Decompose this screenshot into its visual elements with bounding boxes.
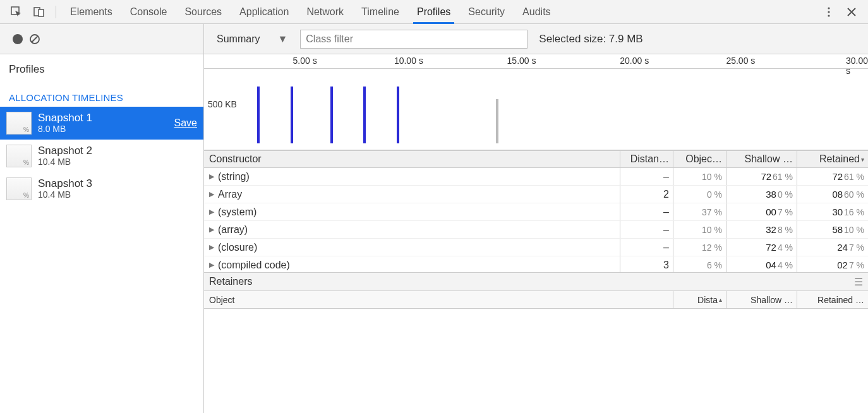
cell-shallow: 724 % xyxy=(726,239,797,256)
cell-retained: 7261 % xyxy=(797,168,868,185)
snapshot-size: 8.0 MB xyxy=(38,124,92,134)
inspect-icon[interactable] xyxy=(9,4,24,20)
view-mode-dropdown[interactable]: Summary ▼ xyxy=(212,30,292,49)
constructor-table-body[interactable]: ▶(string)–10 %7261 %7261 %▶Array20 %380 … xyxy=(204,168,868,272)
sidebar-heading: ALLOCATION TIMELINES xyxy=(0,81,203,107)
col-shallow[interactable]: Shallow … xyxy=(726,151,797,167)
col-shallow[interactable]: Shallow … xyxy=(726,291,797,308)
kebab-menu-icon[interactable] xyxy=(821,4,836,20)
retainers-header: Retainers ☰ xyxy=(204,272,868,291)
cell-retained: 027 % xyxy=(797,256,868,272)
expand-icon[interactable]: ▶ xyxy=(209,243,214,251)
cell-distance: – xyxy=(620,221,673,238)
tab-audits[interactable]: Audits xyxy=(514,0,559,24)
allocation-bar xyxy=(257,87,260,143)
tab-profiles[interactable]: Profiles xyxy=(408,0,459,24)
profile-content: 5.00 s10.00 s15.00 s20.00 s25.00 s30.00 … xyxy=(204,54,868,413)
svg-point-3 xyxy=(828,7,829,9)
tab-sources[interactable]: Sources xyxy=(176,0,231,24)
table-row[interactable]: ▶(compiled code)36 %044 %027 % xyxy=(204,256,868,272)
table-row[interactable]: ▶(string)–10 %7261 %7261 % xyxy=(204,168,868,186)
class-filter-input[interactable] xyxy=(300,30,527,49)
tab-console[interactable]: Console xyxy=(121,0,176,24)
svg-rect-2 xyxy=(39,9,44,16)
hamburger-icon[interactable]: ☰ xyxy=(854,276,863,288)
col-retained[interactable]: Retained ▾ xyxy=(797,151,868,167)
allocation-bar xyxy=(363,87,366,143)
cell-retained: 0860 % xyxy=(797,186,868,203)
device-mode-icon[interactable] xyxy=(32,4,47,20)
allocation-timeline[interactable]: 5.00 s10.00 s15.00 s20.00 s25.00 s30.00 … xyxy=(204,54,868,150)
table-row[interactable]: ▶(closure)–12 %724 %247 % xyxy=(204,239,868,256)
separator xyxy=(56,6,56,18)
col-retained[interactable]: Retained … xyxy=(797,291,868,308)
expand-icon[interactable]: ▶ xyxy=(209,190,214,198)
ruler xyxy=(204,68,868,69)
cell-objects: 12 % xyxy=(673,239,726,256)
close-icon[interactable] xyxy=(844,4,859,20)
cell-retained: 5810 % xyxy=(797,221,868,238)
constructor-name: (closure) xyxy=(218,242,257,253)
table-row[interactable]: ▶(system)–37 %007 %3016 % xyxy=(204,203,868,221)
cell-shallow: 007 % xyxy=(726,203,797,220)
table-row[interactable]: ▶Array20 %380 %0860 % xyxy=(204,186,868,203)
save-link[interactable]: Save xyxy=(174,117,197,129)
cell-distance: 3 xyxy=(620,256,673,272)
retainers-table-body[interactable] xyxy=(204,309,868,413)
cell-shallow: 380 % xyxy=(726,186,797,203)
col-distance[interactable]: Distan… xyxy=(620,151,673,167)
expand-icon[interactable]: ▶ xyxy=(209,208,214,216)
timeline-tick: 5.00 s xyxy=(293,56,317,66)
tab-network[interactable]: Network xyxy=(298,0,353,24)
record-button[interactable] xyxy=(13,34,23,44)
snapshot-icon xyxy=(6,177,32,200)
cell-objects: 6 % xyxy=(673,256,726,272)
cell-retained: 3016 % xyxy=(797,203,868,220)
cell-objects: 0 % xyxy=(673,186,726,203)
snapshot-name: Snapshot 3 xyxy=(38,178,92,190)
cell-distance: 2 xyxy=(620,186,673,203)
snapshot-icon xyxy=(6,145,32,167)
clear-icon[interactable] xyxy=(29,33,40,45)
tab-elements[interactable]: Elements xyxy=(61,0,121,24)
tab-timeline[interactable]: Timeline xyxy=(353,0,408,24)
cell-distance: – xyxy=(620,239,673,256)
timeline-tick: 15.00 s xyxy=(507,56,536,66)
col-objects[interactable]: Objec… xyxy=(673,151,726,167)
profiles-sidebar: Profiles ALLOCATION TIMELINES Snapshot 1… xyxy=(0,54,204,413)
timeline-ylabel: 500 KB xyxy=(208,99,237,109)
cell-shallow: 328 % xyxy=(726,221,797,238)
snapshot-item[interactable]: Snapshot 210.4 MB xyxy=(0,140,203,172)
snapshot-icon xyxy=(6,112,32,135)
constructor-name: (array) xyxy=(218,224,248,236)
snapshot-item[interactable]: Snapshot 310.4 MB xyxy=(0,172,203,205)
view-mode-label: Summary xyxy=(217,33,260,45)
allocation-bar xyxy=(496,99,498,143)
constructor-name: (system) xyxy=(218,206,256,218)
col-constructor[interactable]: Constructor xyxy=(204,151,620,167)
expand-icon[interactable]: ▶ xyxy=(209,225,214,234)
cell-distance: – xyxy=(620,203,673,220)
snapshot-item[interactable]: Snapshot 18.0 MBSave xyxy=(0,107,203,140)
timeline-tick: 30.00 s xyxy=(846,56,868,76)
constructor-name: (string) xyxy=(218,171,250,183)
table-row[interactable]: ▶(array)–10 %328 %5810 % xyxy=(204,221,868,239)
cell-distance: – xyxy=(620,168,673,185)
col-distance[interactable]: Dista▴ xyxy=(673,291,726,308)
constructor-name: (compiled code) xyxy=(218,260,290,271)
tab-security[interactable]: Security xyxy=(459,0,514,24)
allocation-bar xyxy=(291,87,293,143)
timeline-tick: 10.00 s xyxy=(394,56,423,66)
svg-point-5 xyxy=(828,15,829,16)
allocation-bar xyxy=(330,87,333,143)
timeline-tick: 25.00 s xyxy=(726,56,755,66)
expand-icon[interactable]: ▶ xyxy=(209,261,214,269)
tab-application[interactable]: Application xyxy=(231,0,298,24)
selected-size-label: Selected size: 7.9 MB xyxy=(539,33,642,45)
col-object[interactable]: Object xyxy=(204,291,673,308)
expand-icon[interactable]: ▶ xyxy=(209,172,214,181)
sort-asc-icon: ▴ xyxy=(719,296,722,303)
profiles-toolbar: Summary ▼ Selected size: 7.9 MB xyxy=(0,24,868,54)
snapshot-name: Snapshot 2 xyxy=(38,145,92,157)
constructor-table-header: Constructor Distan… Objec… Shallow … Ret… xyxy=(204,150,868,168)
